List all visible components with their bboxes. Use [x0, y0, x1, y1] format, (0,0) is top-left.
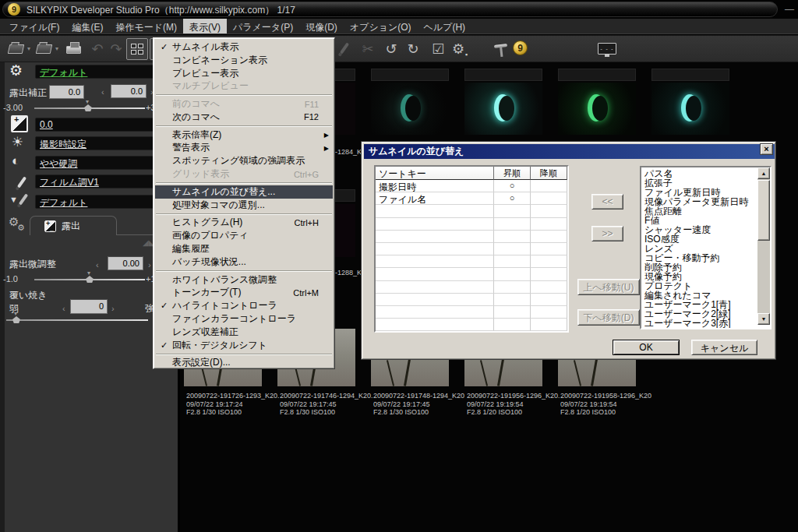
silkypix-coin-icon[interactable]: 9: [513, 41, 528, 55]
rotate-left-icon[interactable]: ↺: [381, 39, 401, 59]
table-row[interactable]: [376, 218, 567, 231]
thumbnail-header[interactable]: [464, 69, 542, 81]
move-up-button[interactable]: 上へ移動(U): [577, 279, 640, 295]
ok-button[interactable]: OK: [613, 340, 680, 355]
menu-item[interactable]: ファインカラーコントローラ: [155, 312, 333, 326]
add-key-button[interactable]: >>: [591, 226, 623, 241]
menu-item[interactable]: ✓サムネイル表示: [155, 41, 333, 54]
save-parameters-icon[interactable]: ⚙▪: [448, 39, 468, 59]
menu-item[interactable]: コンビネーション表示: [155, 54, 333, 67]
display-settings-icon[interactable]: - - -: [597, 39, 617, 59]
menubar-item-edit[interactable]: 編集(E): [65, 19, 109, 33]
table-row[interactable]: 撮影日時○: [376, 180, 567, 192]
available-keys-list[interactable]: パス名拡張子ファイル更新日時現像パラメータ更新日時焦点距離F値シャッター速度IS…: [640, 166, 772, 329]
menu-item[interactable]: マルチプレビュー: [155, 79, 333, 93]
exposure-value-field[interactable]: 0.0: [49, 85, 84, 99]
menu-item[interactable]: ヒストグラム(H)Ctrl+H: [155, 217, 333, 230]
close-icon[interactable]: ×: [760, 143, 773, 155]
open-file-dropdown-icon[interactable]: ▾: [54, 46, 60, 52]
menu-item[interactable]: プレビュー表示: [155, 67, 333, 80]
thumbnail-header[interactable]: [558, 69, 636, 81]
menu-shortcut: Ctrl+M: [293, 288, 319, 298]
thumbnail-header[interactable]: [371, 69, 449, 81]
menu-item[interactable]: サムネイルの並び替え...: [155, 185, 333, 199]
menu-item[interactable]: 次のコマへF12: [155, 111, 333, 124]
menu-item[interactable]: ホワイトバランス微調整: [155, 273, 333, 287]
menubar-item-options[interactable]: オプション(O): [344, 19, 418, 33]
fine-slider-thumb[interactable]: [86, 276, 94, 283]
table-row[interactable]: [376, 205, 567, 217]
menu-item[interactable]: ✓ハイライトコントローラ: [155, 299, 333, 312]
mark-checkbox-icon[interactable]: ☑: [428, 39, 448, 59]
menubar-item-view[interactable]: 表示(V): [183, 19, 227, 33]
open-file-icon[interactable]: [34, 39, 55, 59]
remove-key-button[interactable]: <<: [591, 194, 623, 210]
trimming-tool-icon[interactable]: ✂: [358, 39, 378, 59]
scroll-down-icon[interactable]: ▼: [757, 313, 770, 325]
menubar-item-file[interactable]: ファイル(F): [3, 19, 65, 33]
cancel-button[interactable]: キャンセル: [691, 340, 757, 355]
menu-item[interactable]: スポッティング領域の強調表示: [155, 154, 333, 167]
exposure-step-field[interactable]: 0.0: [111, 84, 147, 98]
menubar-item-help[interactable]: ヘルプ(H): [418, 19, 472, 33]
menu-item[interactable]: グリッド表示Ctrl+G: [155, 167, 333, 181]
stepper-left-icon[interactable]: ‹: [62, 305, 65, 313]
develop-tool-icon[interactable]: [491, 39, 511, 59]
stepper-left-icon[interactable]: ‹: [101, 88, 104, 97]
scroll-up-icon[interactable]: ▲: [757, 167, 770, 179]
menubar-item-operation-mode[interactable]: 操作モード(M): [109, 19, 183, 33]
menu-item[interactable]: 前のコマへF11: [155, 97, 333, 111]
menu-item[interactable]: 表示倍率(Z)▶: [155, 129, 333, 142]
thumbnail-view-button[interactable]: [126, 38, 148, 60]
menu-item[interactable]: 表示設定(D)...: [155, 357, 333, 370]
menubar-item-parameters[interactable]: パラメータ(P): [227, 19, 299, 33]
sort-key-table[interactable]: ソートキー昇順降順撮影日時○ファイル名○: [374, 165, 569, 333]
open-folder-icon[interactable]: [6, 39, 26, 59]
menu-item[interactable]: バッチ現像状況...: [155, 255, 333, 269]
table-row[interactable]: [376, 231, 567, 243]
table-row[interactable]: [376, 294, 567, 306]
undo-icon[interactable]: ↶: [87, 39, 108, 59]
scrollbar[interactable]: ▲ ▼: [757, 167, 770, 325]
table-row[interactable]: [376, 281, 567, 294]
menubar-item-develop[interactable]: 現像(D): [299, 19, 344, 33]
thumbnail-header[interactable]: [651, 69, 729, 81]
menu-item[interactable]: 編集履歴: [155, 242, 333, 255]
move-down-button[interactable]: 下へ移動(D): [577, 309, 640, 326]
print-icon[interactable]: [64, 39, 84, 59]
menu-item[interactable]: レンズ収差補正: [155, 326, 333, 339]
table-row[interactable]: [376, 306, 567, 319]
dodge-slider-track[interactable]: [6, 319, 148, 321]
menu-item[interactable]: 処理対象コマの選別...: [155, 199, 333, 212]
menu-item[interactable]: トーンカーブ(T)Ctrl+M: [155, 287, 333, 300]
stepper-right-icon[interactable]: ›: [148, 261, 151, 270]
table-row[interactable]: [376, 243, 567, 255]
menu-item[interactable]: 警告表示▶: [155, 142, 333, 155]
dodge-slider-thumb[interactable]: [12, 316, 20, 323]
stepper-right-icon[interactable]: ›: [111, 305, 115, 313]
menu-item[interactable]: 画像のプロパティ: [155, 229, 333, 242]
list-item[interactable]: ユーザーマーク3[赤]: [644, 319, 754, 328]
table-row[interactable]: [376, 255, 567, 268]
menu-item[interactable]: ✓回転・デジタルシフト: [155, 339, 333, 352]
thumbnail-image[interactable]: [558, 83, 636, 135]
stepper-left-icon[interactable]: ‹: [96, 261, 99, 270]
fine-exposure-field[interactable]: 0.00: [108, 256, 143, 270]
dodge-field[interactable]: 0: [70, 299, 108, 314]
thumbnail-image[interactable]: [464, 83, 542, 135]
thumbnail-image[interactable]: [371, 83, 449, 135]
exposure-slider-thumb[interactable]: [84, 104, 92, 111]
list-item[interactable]: 焦点距離: [644, 206, 754, 216]
table-row[interactable]: [376, 268, 567, 280]
redo-icon[interactable]: ↷: [106, 39, 126, 59]
rotate-right-icon[interactable]: ↻: [403, 39, 423, 59]
open-folder-dropdown-icon[interactable]: ▾: [26, 46, 32, 52]
table-row[interactable]: ファイル名○: [376, 192, 567, 205]
table-row[interactable]: [376, 319, 567, 331]
scrollbar-thumb[interactable]: [757, 180, 770, 241]
spotting-tool-icon[interactable]: [335, 39, 355, 59]
minimize-icon[interactable]: —: [785, 5, 794, 14]
plant-stem: [574, 360, 581, 386]
tab-exposure[interactable]: 露出: [30, 216, 117, 235]
thumbnail-image[interactable]: [651, 83, 729, 135]
